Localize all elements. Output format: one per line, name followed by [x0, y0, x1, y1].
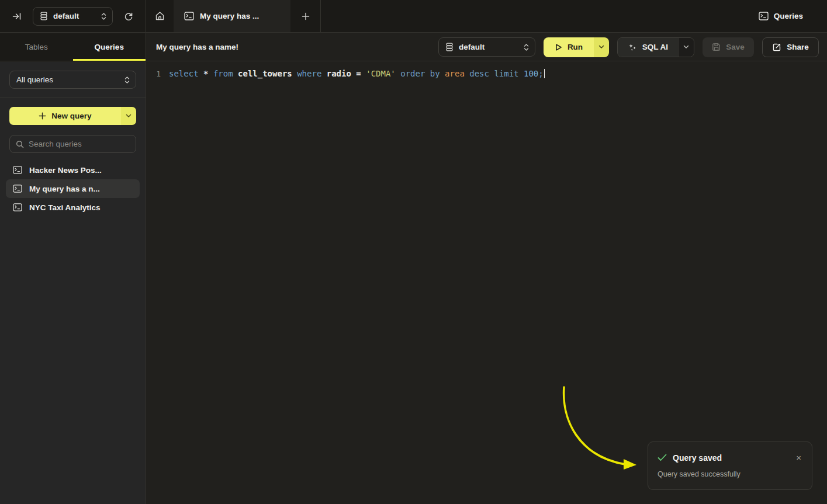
- topbar-left: default: [0, 0, 146, 32]
- code-token: limit: [494, 69, 524, 78]
- refresh-icon: [124, 12, 133, 21]
- database-icon: [40, 12, 48, 20]
- run-button-label: Run: [568, 43, 583, 51]
- database-selector-value: default: [53, 12, 96, 20]
- plus-icon: [302, 12, 310, 20]
- query-list-item[interactable]: NYC Taxi Analytics: [6, 198, 140, 217]
- text-cursor: [544, 69, 545, 78]
- query-filter-select[interactable]: All queries: [9, 71, 136, 89]
- database-selector-toolbar[interactable]: default: [438, 37, 535, 57]
- query-item-label: My query has a n...: [29, 185, 100, 193]
- toolbar-actions: default Run: [438, 37, 819, 57]
- toast-title: Query saved: [673, 453, 722, 463]
- code-token: 'CDMA': [366, 69, 400, 78]
- home-button[interactable]: [146, 0, 174, 32]
- plus-icon: [39, 112, 46, 120]
- topbar: default: [0, 0, 827, 33]
- database-selector[interactable]: default: [33, 7, 113, 26]
- new-query-button-group: New query: [9, 107, 136, 125]
- tab-queries[interactable]: Queries: [73, 33, 146, 61]
- active-tab-underline: [73, 59, 146, 61]
- sidebar-divider: [0, 97, 146, 98]
- code-token: desc: [469, 69, 494, 78]
- annotation-arrow: [147, 62, 827, 504]
- sql-ai-button[interactable]: SQL AI: [618, 38, 678, 57]
- query-list-item[interactable]: Hacker News Pos...: [6, 161, 140, 179]
- share-button-label: Share: [787, 43, 809, 51]
- toast-header: Query saved ×: [658, 452, 804, 463]
- run-button-group: Run: [544, 37, 609, 57]
- chevron-updown-icon: [524, 43, 529, 51]
- query-title: My query has a name!: [156, 43, 238, 51]
- code-token: *: [203, 69, 213, 78]
- terminal-icon: [13, 166, 22, 174]
- query-list: Hacker News Pos... My query has a n...: [6, 161, 140, 217]
- sql-ai-options-button[interactable]: [678, 38, 694, 57]
- code-token: ;: [538, 69, 543, 78]
- check-icon: [658, 454, 667, 461]
- toolbar: My query has a name! default: [146, 33, 827, 61]
- tab-queries-label: Queries: [95, 43, 124, 51]
- play-icon: [555, 43, 562, 51]
- queries-nav-label: Queries: [774, 12, 803, 20]
- queries-nav[interactable]: Queries: [759, 0, 803, 32]
- topbar-spacer: [321, 0, 759, 32]
- collapse-sidebar-button[interactable]: [8, 8, 26, 25]
- collapse-sidebar-icon: [12, 12, 22, 21]
- sidebar-tabs: Tables Queries: [0, 33, 146, 61]
- query-tab[interactable]: My query has ...: [174, 0, 290, 32]
- database-icon: [445, 43, 454, 51]
- database-selector-toolbar-value: default: [459, 43, 518, 51]
- sql-editor[interactable]: 1 select * from cell_towers where radio …: [147, 62, 827, 504]
- code-token: select: [169, 69, 203, 78]
- refresh-button[interactable]: [120, 8, 137, 25]
- search-queries-input[interactable]: [29, 140, 132, 148]
- chevron-down-icon: [683, 45, 689, 49]
- search-queries-box: [9, 135, 136, 153]
- query-list-item-selected[interactable]: My query has a n...: [6, 179, 140, 198]
- save-icon: [712, 43, 721, 51]
- tab-tables[interactable]: Tables: [0, 33, 73, 61]
- chevron-down-icon: [598, 45, 604, 49]
- terminal-icon: [13, 185, 22, 193]
- chevron-down-icon: [126, 114, 132, 118]
- code-token: radio: [327, 69, 357, 78]
- toast-message: Query saved successfully: [658, 470, 804, 478]
- run-button[interactable]: Run: [544, 37, 594, 57]
- run-options-button[interactable]: [594, 37, 609, 57]
- save-button[interactable]: Save: [703, 37, 754, 57]
- new-query-button[interactable]: New query: [9, 107, 121, 125]
- code-token: by: [430, 69, 445, 78]
- terminal-icon: [759, 12, 769, 20]
- code-content: select * from cell_towers where radio = …: [169, 69, 545, 78]
- code-token: cell_towers: [238, 69, 297, 78]
- code-token: 100: [524, 69, 538, 78]
- share-button[interactable]: Share: [762, 37, 819, 57]
- code-token: from: [213, 69, 238, 78]
- new-query-options-button[interactable]: [121, 107, 136, 125]
- code-token: area: [445, 69, 469, 78]
- query-filter-value: All queries: [16, 75, 119, 84]
- search-icon: [16, 140, 24, 148]
- code-token: where: [297, 69, 327, 78]
- terminal-icon: [13, 203, 22, 211]
- line-number: 1: [149, 69, 161, 78]
- second-row: Tables Queries My query has a name!: [0, 33, 827, 61]
- code-token: order: [400, 69, 430, 78]
- tab-tables-label: Tables: [25, 43, 48, 51]
- chevron-updown-icon: [101, 12, 106, 20]
- sidebar: All queries New query: [0, 62, 146, 504]
- sparkles-icon: [628, 43, 637, 52]
- code-token: =: [356, 69, 366, 78]
- chevron-updown-icon: [124, 76, 130, 84]
- code-line: 1 select * from cell_towers where radio …: [147, 62, 827, 78]
- new-tab-button[interactable]: [290, 0, 320, 32]
- app-root: default: [0, 0, 827, 504]
- topbar-main: My query has ... Queries: [146, 0, 827, 32]
- query-item-label: Hacker News Pos...: [29, 166, 102, 175]
- sql-ai-button-group: SQL AI: [617, 37, 694, 57]
- toast-close-button[interactable]: ×: [794, 452, 804, 463]
- new-query-button-label: New query: [51, 112, 91, 120]
- save-button-label: Save: [726, 43, 745, 51]
- terminal-icon: [184, 12, 194, 20]
